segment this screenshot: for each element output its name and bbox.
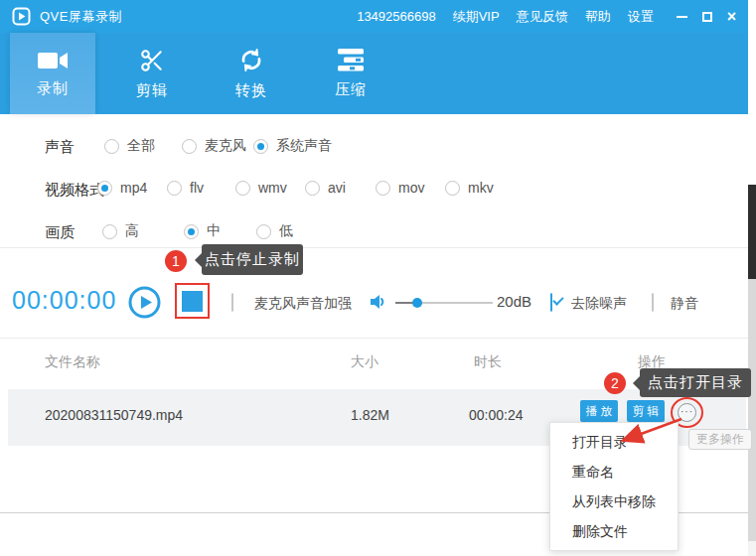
stop-button[interactable] (182, 291, 203, 312)
denoise-label: 去除噪声 (571, 295, 627, 313)
radio-format-flv[interactable]: flv (167, 180, 204, 196)
radio-icon (97, 181, 112, 196)
menu-feedback[interactable]: 意见反馈 (517, 8, 568, 26)
denoise-checkbox[interactable] (550, 293, 552, 312)
phone-number: 13492566698 (357, 9, 436, 24)
tabbar: 录制 剪辑 转换 (0, 33, 748, 114)
radio-icon (102, 224, 117, 239)
file-size: 1.82M (351, 407, 389, 423)
background-window-strip-dark (748, 185, 756, 279)
compress-icon (336, 48, 366, 72)
quality-setting-row: 画质 高 中 低 (0, 222, 748, 242)
column-header-size: 大小 (351, 353, 378, 371)
radio-quality-high[interactable]: 高 (102, 222, 139, 240)
recording-timer: 00:00:00 (12, 286, 116, 315)
play-button[interactable] (128, 286, 161, 319)
tab-edit[interactable]: 剪辑 (109, 33, 195, 114)
more-actions-tooltip: 更多操作 (688, 429, 752, 450)
separator (0, 247, 748, 248)
mute-checkbox[interactable] (652, 293, 654, 312)
app-root: { "titlebar": { "app_title": "QVE屏幕录制", … (0, 0, 756, 556)
step-2-badge: 2 (604, 372, 626, 394)
radio-format-mp4[interactable]: mp4 (97, 180, 147, 196)
mute-label: 静音 (671, 295, 698, 313)
format-setting-row: 视频格式 mp4 flv wmv avi mov mkv (0, 180, 748, 200)
menu-item-delete-file[interactable]: 删除文件 (550, 516, 678, 546)
titlebar-right: 13492566698 续期VIP 意见反馈 帮助 设置 × (357, 8, 748, 26)
camera-icon (37, 50, 69, 71)
tab-convert-label: 转换 (235, 81, 267, 100)
stop-button-highlight (175, 283, 210, 319)
convert-icon (237, 47, 265, 73)
separator (0, 338, 748, 339)
format-label: 视频格式 (45, 181, 104, 200)
radio-sound-all[interactable]: 全部 (104, 137, 155, 155)
tab-edit-label: 剪辑 (136, 81, 168, 100)
radio-format-avi[interactable]: avi (305, 180, 346, 196)
background-window-strip-gray (748, 279, 756, 541)
volume-slider-track[interactable] (417, 302, 493, 304)
column-header-duration: 时长 (474, 353, 502, 371)
menu-renew-vip[interactable]: 续期VIP (453, 8, 500, 26)
tab-compress-label: 压缩 (335, 80, 367, 99)
app-window: QVE屏幕录制 13492566698 续期VIP 意见反馈 帮助 设置 × 录… (0, 0, 748, 513)
menu-item-remove-from-list[interactable]: 从列表中移除 (550, 486, 678, 516)
scissors-icon (138, 48, 166, 73)
mic-boost-label: 麦克风声音加强 (254, 295, 352, 313)
radio-icon (445, 181, 460, 196)
menu-settings[interactable]: 设置 (628, 8, 654, 26)
menu-item-rename[interactable]: 重命名 (550, 457, 678, 486)
open-directory-tooltip: 点击打开目录 (640, 368, 751, 397)
app-title: QVE屏幕录制 (40, 8, 122, 26)
tab-compress[interactable]: 压缩 (308, 33, 393, 114)
close-icon[interactable]: × (727, 11, 736, 23)
menu-help[interactable]: 帮助 (585, 8, 611, 26)
radio-icon (305, 181, 320, 196)
radio-icon (184, 224, 199, 239)
file-duration: 00:00:24 (469, 407, 524, 423)
radio-icon (104, 139, 119, 154)
radio-icon (253, 139, 268, 154)
app-logo-icon (12, 7, 31, 26)
radio-format-mov[interactable]: mov (376, 180, 424, 196)
tab-convert[interactable]: 转换 (209, 33, 294, 114)
titlebar: QVE屏幕录制 13492566698 续期VIP 意见反馈 帮助 设置 × (0, 0, 748, 33)
tab-record[interactable]: 录制 (10, 33, 95, 114)
volume-db-value: 20dB (497, 293, 531, 310)
radio-icon (235, 181, 250, 196)
radio-quality-medium[interactable]: 中 (184, 222, 221, 240)
mic-boost-checkbox[interactable] (231, 293, 233, 312)
radio-icon (376, 181, 390, 196)
maximize-icon[interactable] (702, 12, 712, 22)
radio-icon (167, 181, 182, 196)
file-name: 20200831150749.mp4 (45, 407, 183, 423)
window-controls: × (677, 11, 736, 23)
red-arrow-annotation (596, 409, 695, 449)
radio-icon (256, 224, 271, 239)
minimize-icon[interactable] (677, 16, 687, 18)
quality-label: 画质 (45, 223, 75, 242)
speaker-icon (368, 292, 387, 312)
step-1-badge: 1 (165, 250, 187, 272)
radio-format-wmv[interactable]: wmv (235, 180, 287, 196)
column-header-name: 文件名称 (45, 353, 100, 371)
radio-icon (182, 139, 197, 154)
sound-setting-row: 声音 全部 麦克风 系统声音 (0, 137, 748, 157)
volume-slider-thumb[interactable] (412, 298, 422, 308)
radio-sound-mic[interactable]: 麦克风 (182, 137, 246, 155)
radio-sound-system[interactable]: 系统声音 (253, 137, 332, 155)
radio-quality-low[interactable]: 低 (256, 222, 293, 240)
radio-format-mkv[interactable]: mkv (445, 180, 494, 196)
stop-recording-tooltip: 点击停止录制 (202, 244, 303, 275)
background-window-strip-foot (748, 541, 756, 556)
sound-label: 声音 (45, 138, 75, 157)
tab-record-label: 录制 (37, 79, 69, 98)
